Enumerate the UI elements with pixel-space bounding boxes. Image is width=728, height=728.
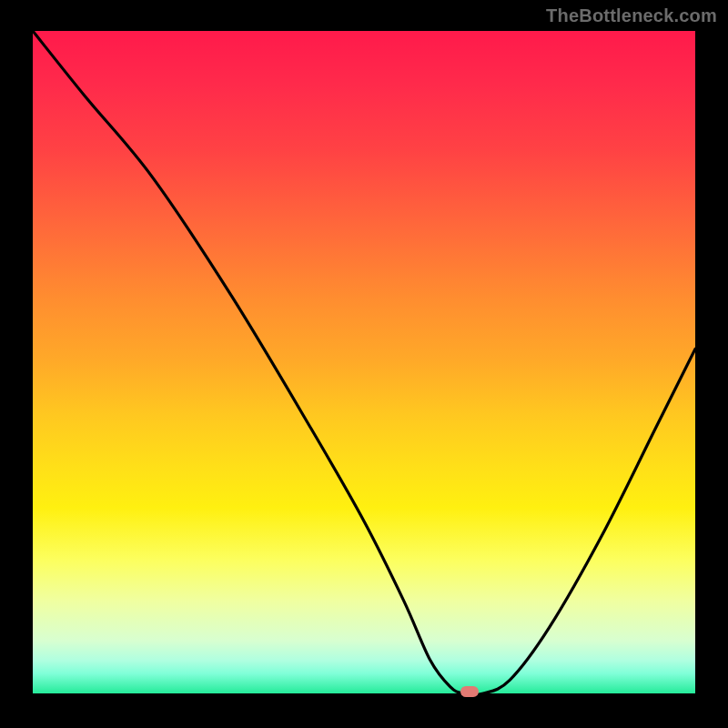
bottleneck-curve-path <box>33 31 695 693</box>
optimal-marker <box>460 686 479 697</box>
plot-area <box>33 31 695 693</box>
watermark-text: TheBottleneck.com <box>546 5 717 26</box>
curve-svg <box>33 31 695 693</box>
chart-frame: TheBottleneck.com <box>0 0 728 728</box>
